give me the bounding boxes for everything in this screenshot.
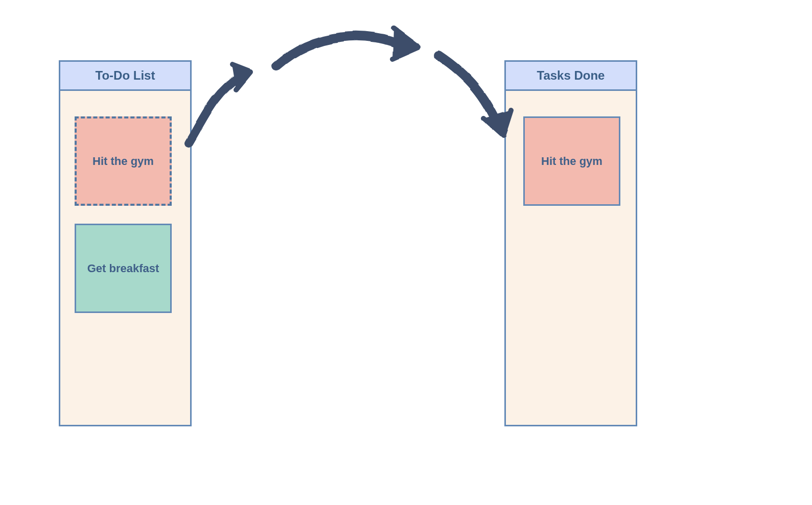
done-panel-title: Tasks Done [537,68,605,83]
card-label: Hit the gym [541,155,602,168]
diagram-canvas: To-Do List Hit the gym Get breakfast Tas… [0,0,812,505]
todo-panel[interactable]: To-Do List Hit the gym Get breakfast [59,89,192,426]
todo-panel-title: To-Do List [96,68,155,83]
done-card-hit-the-gym[interactable]: Hit the gym [523,116,620,206]
card-label: Get breakfast [87,262,159,275]
card-label: Hit the gym [92,155,154,168]
done-panel-header: Tasks Done [504,60,637,91]
todo-card-hit-the-gym[interactable]: Hit the gym [75,116,172,206]
todo-card-get-breakfast[interactable]: Get breakfast [75,224,172,313]
done-panel[interactable]: Tasks Done Hit the gym [504,89,637,426]
todo-panel-header: To-Do List [59,60,192,91]
